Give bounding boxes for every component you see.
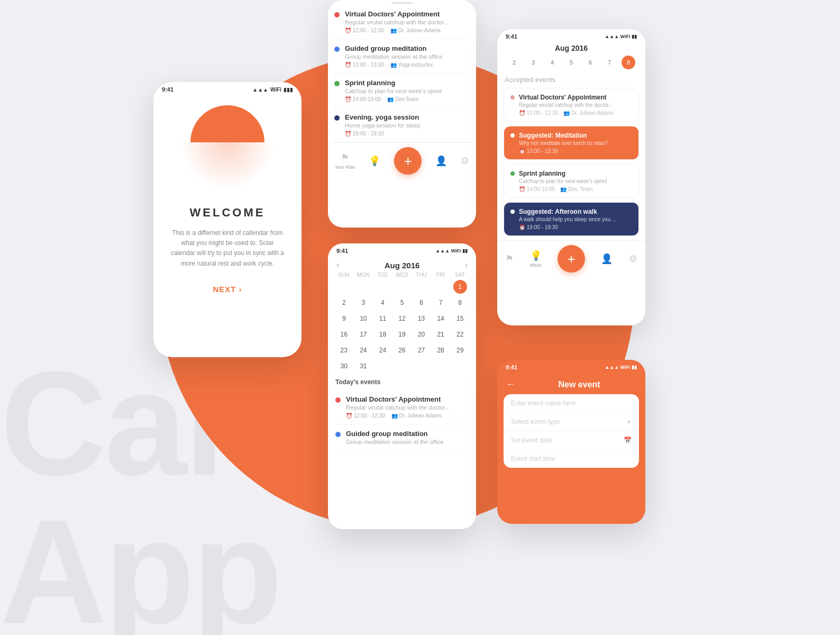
cal-day-16[interactable]: 16 <box>337 328 351 341</box>
accepted-month-year: Aug 2016 <box>555 44 588 52</box>
accepted-event-2[interactable]: Suggested: Meditation Why not meditate o… <box>504 126 639 160</box>
cal-day-24b[interactable]: 24 <box>376 343 389 357</box>
cal-day-30[interactable]: 30 <box>337 359 351 373</box>
accepted-event-title-4: Suggested: Afteroon walk <box>519 208 617 215</box>
todays-events-section: Today's events Virtual Doctors' Appointm… <box>328 373 476 451</box>
event-item-1[interactable]: Virtual Doctors' Appointment Regular vir… <box>334 5 470 39</box>
nav-plan-icon-accepted[interactable]: ⚑ <box>505 253 514 265</box>
field-event-type[interactable]: Select event type ▼ <box>504 413 639 431</box>
nav-person-accepted[interactable]: 👤 <box>601 253 613 265</box>
cal-day-20[interactable]: 20 <box>415 328 428 341</box>
cal-day-13[interactable]: 13 <box>415 312 428 325</box>
status-time: 9:41 <box>162 86 174 93</box>
cal-day-3[interactable]: 3 <box>357 296 370 310</box>
cal-day-12[interactable]: 12 <box>395 312 409 325</box>
new-event-status-time: 9:41 <box>506 364 517 370</box>
new-event-form: Enter event name here Select event type … <box>504 394 639 468</box>
cal-day-18[interactable]: 18 <box>376 328 389 341</box>
new-event-title: New event <box>522 380 637 389</box>
accepted-status-time: 9:41 <box>506 33 517 40</box>
nav-ideas-icon[interactable]: 💡 <box>369 155 380 167</box>
nav-person-icon[interactable]: 👤 <box>435 155 447 167</box>
week-day-4[interactable]: 4 <box>545 56 559 69</box>
cal-day-17[interactable]: 17 <box>357 328 370 341</box>
accepted-event-4[interactable]: Suggested: Afteroon walk A walk should h… <box>504 202 639 236</box>
nav-settings-icon[interactable]: ⚙ <box>461 155 469 167</box>
cal-day-26[interactable]: 26 <box>395 343 409 357</box>
cal-status-time: 9:41 <box>336 248 348 254</box>
week-day-3[interactable]: 3 <box>526 56 540 69</box>
cal-event-1[interactable]: Virtual Doctors' Appointment Regular vir… <box>335 390 469 424</box>
accepted-event-3[interactable]: Sprint planning Catchup to plan for next… <box>504 164 639 198</box>
cal-day-14[interactable]: 14 <box>434 312 448 325</box>
cal-day-23[interactable]: 23 <box>337 343 351 357</box>
phone-welcome: 9:41 ▲▲▲ WiFi ▮▮▮ WELCOME This is a diff… <box>153 82 302 357</box>
cal-day-31[interactable]: 31 <box>357 359 370 373</box>
cal-day-22[interactable]: 22 <box>453 328 467 341</box>
cal-day-6[interactable]: 6 <box>415 296 428 310</box>
bottom-nav-events: ⚑ Your Plan 💡 + 👤 ⚙ <box>328 142 476 181</box>
event-item-3[interactable]: Sprint planning Catchup to plan for next… <box>334 74 470 108</box>
field-event-name-placeholder: Enter event name here <box>511 400 576 407</box>
back-button[interactable]: ← <box>506 379 515 390</box>
event-dot-2 <box>334 47 340 52</box>
status-bar-accepted: 9:41 ▲▲▲ WiFi ▮▮ <box>497 29 645 42</box>
cal-event-title-1: Virtual Doctors' Appointment <box>346 395 450 403</box>
event-dot-3 <box>334 81 340 86</box>
cal-day-27[interactable]: 27 <box>415 343 428 357</box>
week-day-2[interactable]: 2 <box>507 56 521 69</box>
cal-day-5[interactable]: 5 <box>395 296 409 310</box>
event-subtitle-4: Home yoga session for sleep. <box>345 122 422 129</box>
cal-next-button[interactable]: › <box>465 260 468 270</box>
cal-day-7[interactable]: 7 <box>434 296 448 310</box>
week-day-6[interactable]: 6 <box>583 56 597 69</box>
cal-day-29[interactable]: 29 <box>453 343 467 357</box>
accepted-event-title-1: Virtual Doctors' Appointment <box>519 94 614 101</box>
cal-event-title-2: Guided group meditation <box>346 430 443 438</box>
field-event-date[interactable]: Set event date 📅 <box>504 431 639 450</box>
phone-calendar: 9:41 ▲▲▲ WiFi ▮▮ ‹ Aug 2016 › SUNMONTUEW… <box>328 243 476 529</box>
scroll-indicator <box>391 2 413 4</box>
field-event-time-placeholder: Event start time <box>511 455 555 462</box>
accepted-event-meta-2: ⏰ 13:00 - 13:30 <box>519 148 608 154</box>
cal-day-11[interactable]: 11 <box>376 312 389 325</box>
cal-day-19[interactable]: 19 <box>395 328 409 341</box>
event-item-2[interactable]: Guided group meditation Group meditation… <box>334 39 470 74</box>
event-subtitle-3: Catchup to plan for next week's sprint <box>345 88 442 94</box>
fab-add-event[interactable]: + <box>394 147 422 175</box>
cal-event-meta-1: ⏰ 12:00 - 12:30 👥 Dr. Juliean Adams <box>346 413 450 419</box>
accepted-event-title-2: Suggested: Meditation <box>519 132 608 139</box>
cal-day-21[interactable]: 21 <box>434 328 448 341</box>
event-meta-2: ⏰ 13:00 - 13:30 👥 Yoga instructor <box>345 62 442 68</box>
field-event-name[interactable]: Enter event name here <box>504 394 639 413</box>
cal-day-2[interactable]: 2 <box>337 296 351 310</box>
cal-day-1[interactable]: 1 <box>453 280 467 294</box>
cal-day-8[interactable]: 8 <box>453 296 467 310</box>
fab-add-accepted[interactable]: + <box>558 245 585 273</box>
calendar-grid: SUNMONTUEWEDTHUFRISAT 1 2 3 4 5 6 7 8 9 … <box>328 272 476 373</box>
calendar-header: ‹ Aug 2016 › <box>328 256 476 272</box>
new-event-header: ← New event <box>497 373 645 394</box>
field-event-start-time[interactable]: Event start time <box>504 450 639 468</box>
event-item-4[interactable]: Evening. yoga session Home yoga session … <box>334 108 470 142</box>
week-day-8[interactable]: 8 <box>622 56 635 69</box>
accepted-event-1[interactable]: Virtual Doctors' Appointment Regular vir… <box>504 88 639 122</box>
cal-day-9[interactable]: 9 <box>337 312 351 325</box>
cal-day-10[interactable]: 10 <box>357 312 370 325</box>
week-day-7[interactable]: 7 <box>602 56 616 69</box>
cal-day-24[interactable]: 24 <box>357 343 370 357</box>
cal-prev-button[interactable]: ‹ <box>336 260 339 270</box>
cal-day-15[interactable]: 15 <box>453 312 467 325</box>
cal-event-2[interactable]: Guided group meditation Group meditation… <box>335 424 469 451</box>
nav-ideas-accepted[interactable]: 💡 Ideas <box>530 250 542 268</box>
nav-settings-accepted[interactable]: ⚙ <box>629 253 637 265</box>
cal-day-28[interactable]: 28 <box>434 343 448 357</box>
welcome-title: WELCOME <box>190 206 266 220</box>
accepted-cal-header: Aug 2016 2 3 4 5 6 7 8 <box>497 42 645 72</box>
cal-day-4[interactable]: 4 <box>376 296 389 310</box>
nav-plan[interactable]: ⚑ Your Plan <box>335 152 355 170</box>
status-bar-new-event: 9:41 ▲▲▲ WiFi ▮▮ <box>497 360 645 373</box>
next-button[interactable]: NEXT › <box>213 285 242 294</box>
event-dot-1 <box>334 12 340 17</box>
week-day-5[interactable]: 5 <box>564 56 578 69</box>
